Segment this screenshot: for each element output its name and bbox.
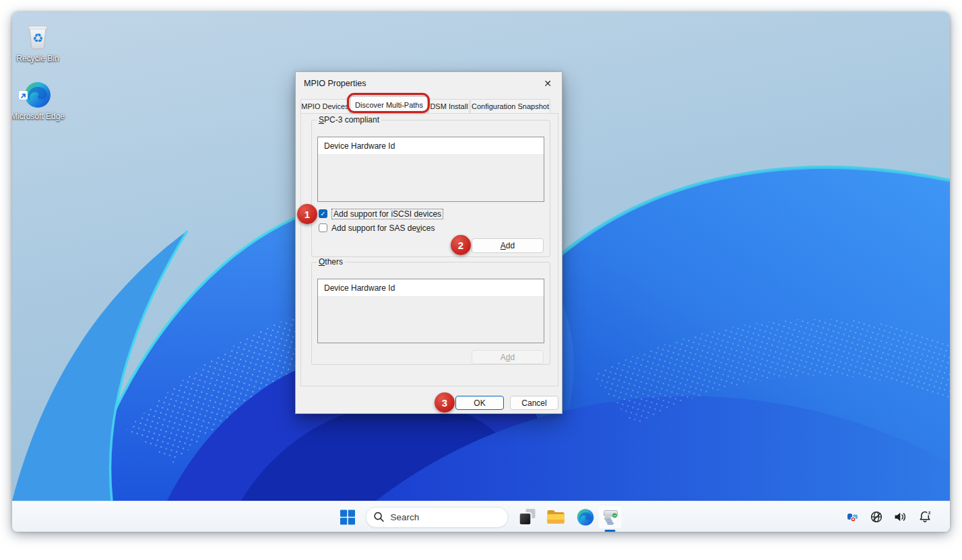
system-tray: z <box>846 501 932 532</box>
others-label: Others <box>317 257 345 267</box>
desktop-icon-recycle-bin[interactable]: ♻ Recycle Bin <box>12 22 66 63</box>
spc3-compliant-label: SPC-3 compliant <box>317 115 381 125</box>
task-view-button[interactable] <box>519 508 536 526</box>
device-hardware-id-header: Device Hardware Id <box>318 279 544 297</box>
ok-button[interactable]: OK <box>455 396 504 410</box>
annotation-badge-3: 3 <box>435 392 455 413</box>
iscsi-checkbox-label[interactable]: Add support for iSCSI devices <box>331 209 443 219</box>
page: ♻ Recycle Bin Microsoft Edge MPIO Proper… <box>0 0 962 560</box>
taskbar-center-group: Search <box>340 501 622 532</box>
hardware-eject-icon[interactable] <box>846 510 860 524</box>
sas-checkbox[interactable] <box>319 223 327 232</box>
annotation-badge-1: 1 <box>297 204 317 224</box>
sas-checkbox-label[interactable]: Add support for SAS devices <box>331 223 435 233</box>
iscsi-checkbox[interactable]: ✓ <box>319 209 327 218</box>
file-explorer-icon <box>547 509 566 525</box>
windows-start-icon <box>340 510 356 525</box>
edge-taskbar-button[interactable] <box>577 508 595 526</box>
close-icon[interactable]: ✕ <box>536 74 559 93</box>
add-button-disabled: Add <box>472 350 544 364</box>
start-button[interactable] <box>340 510 356 525</box>
file-explorer-button[interactable] <box>547 509 566 525</box>
network-globe-offline-icon[interactable] <box>870 510 883 524</box>
iscsi-checkbox-row: ✓ Add support for iSCSI devices <box>319 209 443 219</box>
dialog-titlebar: MPIO Properties ✕ <box>296 72 562 95</box>
desktop-icon-label: Microsoft Edge <box>12 112 65 121</box>
recycle-bin-icon: ♻ <box>23 22 53 53</box>
taskbar: Search <box>12 501 950 532</box>
add-button[interactable]: Add <box>472 238 544 253</box>
search-icon <box>374 512 385 522</box>
annotation-badge-2: 2 <box>451 235 471 255</box>
sas-checkbox-row: Add support for SAS devices <box>319 223 435 233</box>
shortcut-arrow-icon <box>19 91 28 100</box>
svg-text:♻: ♻ <box>32 32 43 45</box>
active-app-indicator <box>605 530 616 532</box>
search-input[interactable]: Search <box>366 507 509 528</box>
volume-icon[interactable] <box>893 510 908 524</box>
search-placeholder: Search <box>391 512 420 522</box>
dialog-title: MPIO Properties <box>296 79 366 88</box>
cancel-button[interactable]: Cancel <box>510 396 558 410</box>
notifications-dnd-bell-icon[interactable]: z <box>918 510 932 524</box>
desktop-icon-label: Recycle Bin <box>16 54 59 63</box>
tab-mpio-devices[interactable]: MPIO Devices <box>300 99 350 113</box>
device-hardware-id-header: Device Hardware Id <box>318 137 544 155</box>
desktop-icon-microsoft-edge[interactable]: Microsoft Edge <box>12 81 66 121</box>
tab-discover-multi-paths[interactable]: Discover Multi-Paths <box>350 96 428 113</box>
tab-strip: MPIO Devices Discover Multi-Paths DSM In… <box>300 97 551 113</box>
edge-icon <box>577 508 595 526</box>
desktop-screenshot: ♻ Recycle Bin Microsoft Edge MPIO Proper… <box>12 12 950 532</box>
mpio-properties-dialog: MPIO Properties ✕ MPIO Devices Discover … <box>295 71 563 414</box>
others-device-list[interactable]: Device Hardware Id <box>317 279 544 343</box>
spc3-device-list[interactable]: Device Hardware Id <box>317 137 544 202</box>
tab-dsm-install[interactable]: DSM Install <box>428 99 470 113</box>
mpio-taskbar-button[interactable] <box>598 505 622 529</box>
mpio-disk-icon <box>601 508 619 526</box>
discover-multi-paths-page: SPC-3 compliant Device Hardware Id ✓ Add… <box>300 113 558 386</box>
checkmark-icon: ✓ <box>320 209 325 218</box>
tab-configuration-snapshot[interactable]: Configuration Snapshot <box>470 99 550 113</box>
